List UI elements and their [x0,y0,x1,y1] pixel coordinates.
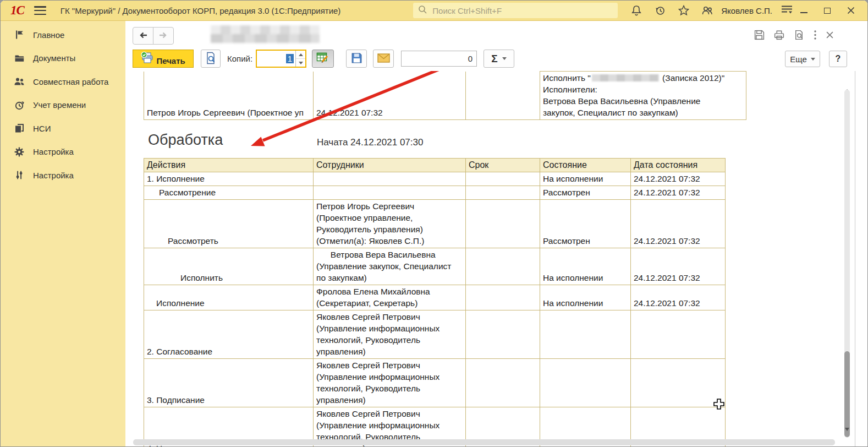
kebab-icon[interactable] [813,29,817,43]
search-input[interactable] [431,6,613,16]
amount-field[interactable] [401,51,477,67]
table-cell[interactable] [466,248,540,285]
maximize-icon[interactable] [823,6,832,15]
spinner-up-button[interactable] [296,51,305,59]
current-user[interactable]: Яковлев С.П. [721,6,772,15]
table-cell[interactable]: 1. Исполнение [144,172,314,186]
table-cell[interactable] [466,310,540,359]
table-row: Исполнение Фролова Елена Михайловна (Сек… [144,285,726,310]
sum-button[interactable]: Σ [484,50,514,68]
table-cell[interactable] [314,186,466,200]
sliders-icon [14,170,25,181]
print-icon[interactable] [773,29,785,43]
table-cell[interactable]: 24.12.2021 07:32 [631,172,726,186]
spinner-down-button[interactable] [296,59,305,67]
save-button[interactable] [346,50,367,68]
table-cell[interactable]: 24.12.2021 07:32 [631,186,726,200]
table-cell[interactable]: Петров Игорь Сергеевич (Проектное управл… [314,200,466,248]
table-cell[interactable]: 2. Согласование [144,310,314,359]
table-cell[interactable] [466,285,540,310]
table-cell[interactable] [631,359,726,407]
table-cell[interactable]: 24.12.2021 07:32 [631,248,726,285]
table-cell[interactable]: Яковлев Сергей Петрович (Управление инфо… [314,310,466,359]
close-icon[interactable] [847,6,855,15]
service-menu-icon[interactable] [781,4,794,17]
sidebar-item-settings[interactable]: Настройка [1,140,125,164]
sidebar-item-label: НСИ [33,124,51,133]
table-cell[interactable] [631,310,726,359]
1c-logo: 1С [10,3,24,18]
table-cell[interactable]: 24.12.2021 07:32 [314,72,466,120]
forward-button[interactable] [153,27,174,45]
table-cell[interactable]: Петров Игорь Сергеевич (Проектное уп [144,72,314,120]
close-form-icon[interactable] [826,31,834,41]
table-cell[interactable]: 3. Подписание [144,359,314,407]
table-cell[interactable] [466,200,540,248]
redacted-text [592,74,659,81]
table-cell[interactable] [466,359,540,407]
sidebar-item-collaboration[interactable]: Совместная работа [1,70,125,94]
vertical-scrollbar[interactable] [842,74,852,443]
scroll-up-icon[interactable] [845,80,849,90]
table-cell[interactable]: Яковлев Сергей Петрович (Управление инфо… [314,359,466,407]
executors-text: Исполнители: Ветрова Вера Васильевна (Уп… [543,84,743,118]
table-cell[interactable]: Исполнение [144,285,314,310]
table-cell[interactable]: Рассмотрен [540,186,631,200]
table-cell[interactable] [540,359,631,407]
table-cell[interactable]: На исполнении [540,248,631,285]
scroll-down-icon[interactable] [845,431,849,441]
table-cell[interactable]: Исполнить [144,248,314,285]
email-button[interactable] [373,50,394,68]
table-cell[interactable] [466,72,540,120]
table-cell[interactable]: Исполнить " (Записка 2012)" Исполнители:… [540,72,746,120]
copies-value[interactable]: 1 [257,51,295,67]
redacted-form-title [211,25,320,43]
sidebar-item-settings-2[interactable]: Настройка [1,163,125,187]
column-header: Срок [466,159,540,172]
table-cell[interactable] [466,172,540,186]
table-settings-button[interactable] [312,50,334,68]
sidebar-item-nsi[interactable]: НСИ [1,117,125,140]
horizontal-scrollbar-thumb[interactable] [133,439,835,445]
back-icon [138,30,149,42]
copies-spinner[interactable]: 1 [256,50,306,68]
flag-icon [14,29,25,40]
table-cell[interactable] [314,172,466,186]
sidebar-item-main[interactable]: Главное [1,23,125,47]
search-box[interactable] [413,3,618,18]
history-icon[interactable] [654,4,666,17]
sidebar-item-documents[interactable]: Документы [1,47,125,70]
table-cell[interactable]: Рассмотреть [144,200,314,248]
preview-button[interactable] [201,50,221,68]
spreadsheet-area[interactable]: Петров Игорь Сергеевич (Проектное уп 24.… [125,71,867,446]
table-cell[interactable]: Фролова Елена Михайловна (Секретариат, С… [314,285,466,310]
save-icon[interactable] [754,29,765,43]
sidebar-item-time-tracking[interactable]: Учет времени [1,94,125,117]
menu-icon[interactable] [34,6,46,15]
copies-label: Копий: [227,54,252,63]
table-cell[interactable] [540,310,631,359]
more-button[interactable]: Еще [785,51,820,67]
help-button[interactable]: ? [829,51,847,67]
table-cell[interactable]: Ветрова Вера Васильевна (Управление заку… [314,248,466,285]
users-icon[interactable] [701,4,713,17]
print-button[interactable]: Печать [133,50,194,68]
sidebar-item-label: Документы [33,53,75,63]
table-cell[interactable]: 24.12.2021 07:32 [631,285,726,310]
favorites-icon[interactable] [678,4,690,17]
table-cell[interactable] [466,186,540,200]
form-window: Печать Копий: 1 [125,21,867,446]
column-header: Дата состояния [631,159,726,172]
table-cell[interactable]: На исполнении [540,285,631,310]
back-button[interactable] [133,27,153,45]
nav-row [125,21,867,48]
preview-icon[interactable] [793,29,805,43]
table-cell[interactable]: 24.12.2021 07:32 [631,200,726,248]
minimize-icon[interactable] [799,6,808,15]
notifications-icon[interactable] [630,4,642,17]
table-cell[interactable]: На исполнении [540,172,631,186]
table-cell[interactable]: Рассмотрен [540,200,631,248]
table-cell[interactable]: Рассмотрение [144,186,314,200]
sheet-right-border [855,71,855,446]
vertical-scrollbar-thumb[interactable] [844,351,850,437]
